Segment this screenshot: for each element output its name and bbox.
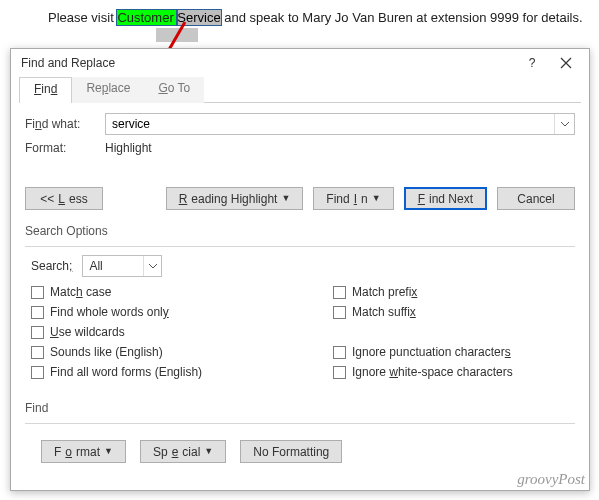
doc-highlight-service: Service [177, 10, 220, 25]
doc-text-post: and speak to Mary Jo Van Buren at extens… [221, 10, 583, 25]
tab-find[interactable]: Find [19, 77, 72, 103]
close-button[interactable] [549, 52, 583, 74]
caret-down-icon: ▼ [281, 194, 290, 203]
checkbox-icon [333, 306, 346, 319]
selection-residual [156, 28, 198, 42]
match-suffix-checkbox[interactable]: Match suffix [333, 305, 575, 319]
find-what-input[interactable]: service [105, 113, 575, 135]
chevron-down-icon [148, 263, 158, 269]
document-line: Please visit Customer Service and speak … [0, 0, 599, 25]
tab-strip: Find Replace Go To [11, 77, 589, 103]
tab-goto[interactable]: Go To [144, 77, 204, 103]
find-section-title: Find [25, 399, 575, 421]
checkbox-icon [31, 326, 44, 339]
find-in-button[interactable]: Find In▼ [313, 187, 393, 210]
sounds-like-checkbox[interactable]: Sounds like (English) [31, 345, 273, 359]
doc-highlight-customer: Customer [117, 10, 177, 25]
search-direction-value: All [83, 259, 143, 273]
match-prefix-checkbox[interactable]: Match prefix [333, 285, 575, 299]
search-direction-select[interactable]: All [82, 255, 162, 277]
format-button[interactable]: Format▼ [41, 440, 126, 463]
search-direction-label: Search; [25, 259, 72, 273]
find-next-button[interactable]: Find Next [404, 187, 487, 210]
find-what-value: service [106, 114, 554, 134]
chevron-down-icon [560, 121, 570, 127]
less-button[interactable]: << Less [25, 187, 103, 210]
checkbox-icon [333, 366, 346, 379]
find-what-label: Find what: [25, 117, 105, 131]
cancel-button[interactable]: Cancel [497, 187, 575, 210]
checkbox-icon [333, 346, 346, 359]
checkbox-icon [31, 286, 44, 299]
no-formatting-button[interactable]: No Formatting [240, 440, 342, 463]
search-options-title: Search Options [25, 222, 575, 244]
section-divider [25, 246, 575, 247]
caret-down-icon: ▼ [104, 447, 113, 456]
help-button[interactable]: ? [515, 52, 549, 74]
dialog-titlebar[interactable]: Find and Replace ? [11, 49, 589, 77]
find-replace-dialog: Find and Replace ? Find Replace Go To Fi… [10, 48, 590, 491]
watermark: groovyPost [517, 471, 585, 488]
ignore-punctuation-checkbox[interactable]: Ignore punctuation characters [333, 345, 575, 359]
format-value: Highlight [105, 141, 575, 155]
checkbox-icon [31, 306, 44, 319]
format-label: Format: [25, 141, 105, 155]
caret-down-icon: ▼ [204, 447, 213, 456]
find-what-dropdown[interactable] [554, 114, 574, 134]
special-button[interactable]: Special▼ [140, 440, 226, 463]
caret-down-icon: ▼ [372, 194, 381, 203]
whole-words-checkbox[interactable]: Find whole words only [31, 305, 273, 319]
match-case-checkbox[interactable]: Match case [31, 285, 273, 299]
ignore-whitespace-checkbox[interactable]: Ignore white-space characters [333, 365, 575, 379]
wildcards-checkbox[interactable]: Use wildcards [31, 325, 273, 339]
checkbox-icon [31, 366, 44, 379]
checkbox-icon [31, 346, 44, 359]
doc-text-pre: Please visit [48, 10, 117, 25]
tab-replace[interactable]: Replace [72, 77, 144, 103]
close-icon [560, 57, 572, 69]
search-direction-dropdown[interactable] [143, 256, 161, 276]
reading-highlight-button[interactable]: Reading Highlight▼ [166, 187, 304, 210]
section-divider [25, 423, 575, 424]
checkbox-icon [333, 286, 346, 299]
dialog-title: Find and Replace [21, 56, 515, 70]
word-forms-checkbox[interactable]: Find all word forms (English) [31, 365, 273, 379]
